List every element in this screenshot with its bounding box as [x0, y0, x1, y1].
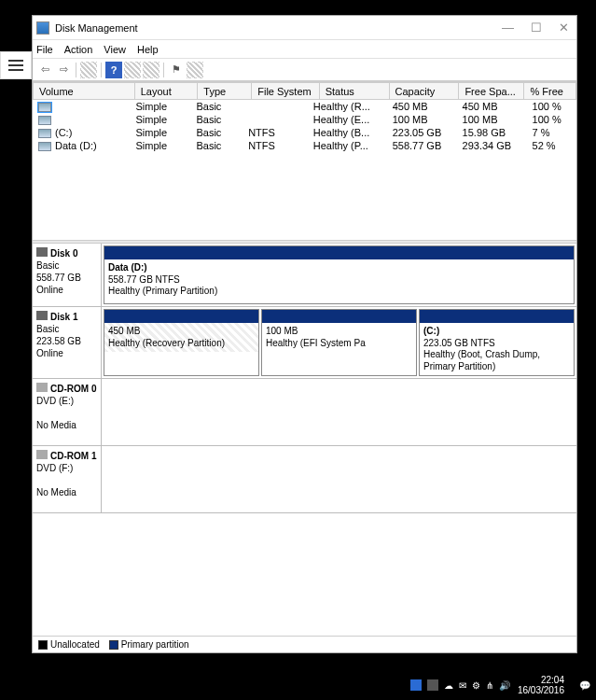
clock-date: 16/03/2016 — [518, 685, 564, 695]
tray-icon[interactable] — [427, 679, 438, 691]
partition[interactable]: Data (D:)558.77 GB NTFSHealthy (Primary … — [104, 245, 575, 304]
volume-list[interactable]: VolumeLayoutTypeFile SystemStatusCapacit… — [33, 81, 576, 240]
disk-management-window: Disk Management — ☐ ✕ File Action View H… — [32, 15, 577, 653]
volume-row[interactable]: SimpleBasicHealthy (R...450 MB450 MB100 … — [33, 100, 576, 113]
disk-header[interactable]: Disk 0Basic558.77 GBOnline — [33, 244, 102, 306]
column-header[interactable]: Capacity — [389, 83, 459, 100]
menu-view[interactable]: View — [104, 44, 126, 55]
disk-body: 450 MBHealthy (Recovery Partition)100 MB… — [102, 307, 576, 378]
column-header[interactable]: Layout — [134, 83, 198, 100]
toolbar: ⇦ ⇨ ? ⚑ — [33, 59, 576, 81]
up-button[interactable] — [80, 62, 97, 78]
swatch-primary — [109, 640, 118, 650]
forward-button[interactable]: ⇨ — [55, 62, 72, 78]
volume-row[interactable]: (C:)SimpleBasicNTFSHealthy (B...223.05 G… — [33, 126, 576, 139]
window-title: Disk Management — [55, 22, 502, 34]
partition[interactable]: 450 MBHealthy (Recovery Partition) — [104, 309, 259, 376]
disk-header[interactable]: CD-ROM 0DVD (E:)No Media — [33, 379, 102, 445]
app-icon — [36, 21, 49, 35]
clock-time: 22:04 — [518, 675, 564, 685]
menu-help[interactable]: Help — [137, 44, 159, 55]
column-header[interactable]: Type — [198, 83, 252, 100]
notifications-icon[interactable]: 💬 — [579, 680, 590, 691]
disk-body — [102, 379, 576, 445]
props-button[interactable] — [124, 62, 141, 78]
disk-map: Disk 0Basic558.77 GBOnlineData (D:)558.7… — [33, 244, 576, 636]
disk-body — [102, 446, 576, 512]
toolbar-sep — [163, 63, 164, 77]
taskbar: ☁ ✉ ⚙ ⋔ 🔊 22:04 16/03/2016 💬 — [0, 670, 596, 700]
tray-icon[interactable]: ⚙ — [472, 680, 480, 691]
list-button[interactable] — [143, 62, 159, 78]
disk-row: Disk 0Basic558.77 GBOnlineData (D:)558.7… — [33, 244, 576, 307]
sidebar-hamburger[interactable] — [0, 51, 32, 79]
toolbar-sep — [101, 63, 102, 77]
disk-row: Disk 1Basic223.58 GBOnline450 MBHealthy … — [33, 307, 576, 379]
tree-button[interactable] — [187, 62, 203, 78]
partition[interactable]: (C:)223.05 GB NTFSHealthy (Boot, Crash D… — [419, 309, 575, 376]
maximize-button[interactable]: ☐ — [531, 21, 542, 35]
legend-primary: Primary partition — [121, 639, 189, 650]
system-tray[interactable]: ☁ ✉ ⚙ ⋔ 🔊 — [410, 679, 510, 691]
clock[interactable]: 22:04 16/03/2016 — [518, 675, 564, 695]
disk-header[interactable]: Disk 1Basic223.58 GBOnline — [33, 307, 102, 378]
legend: Unallocated Primary partition — [33, 636, 576, 652]
legend-unallocated: Unallocated — [50, 639, 100, 650]
column-header[interactable]: File System — [252, 83, 319, 100]
volume-icon[interactable]: 🔊 — [499, 680, 510, 691]
column-header[interactable]: Free Spa... — [459, 83, 524, 100]
close-button[interactable]: ✕ — [559, 21, 569, 35]
refresh-button[interactable]: ⚑ — [168, 62, 185, 78]
menu-file[interactable]: File — [36, 44, 53, 55]
disk-body: Data (D:)558.77 GB NTFSHealthy (Primary … — [102, 244, 576, 306]
minimize-button[interactable]: — — [502, 21, 514, 35]
column-header[interactable]: Status — [319, 83, 389, 100]
menu-action[interactable]: Action — [64, 44, 93, 55]
back-button[interactable]: ⇦ — [36, 62, 53, 78]
help-button[interactable]: ? — [105, 62, 122, 78]
column-header[interactable]: % Free — [524, 83, 576, 100]
menubar: File Action View Help — [33, 40, 576, 59]
disk-header[interactable]: CD-ROM 1DVD (F:)No Media — [33, 446, 102, 512]
swatch-unallocated — [38, 640, 48, 650]
column-header[interactable]: Volume — [34, 83, 135, 100]
partition[interactable]: 100 MBHealthy (EFI System Pa — [261, 309, 417, 376]
volume-row[interactable]: Data (D:)SimpleBasicNTFSHealthy (P...558… — [33, 139, 576, 152]
disk-row: CD-ROM 1DVD (F:)No Media — [33, 446, 576, 513]
tray-icon[interactable]: ✉ — [459, 680, 466, 691]
volume-row[interactable]: SimpleBasicHealthy (E...100 MB100 MB100 … — [33, 113, 576, 126]
toolbar-sep — [76, 63, 76, 77]
network-icon[interactable]: ⋔ — [486, 680, 493, 691]
titlebar: Disk Management — ☐ ✕ — [33, 16, 576, 40]
tray-icon[interactable]: ☁ — [444, 680, 453, 691]
disk-row: CD-ROM 0DVD (E:)No Media — [33, 379, 576, 446]
tray-icon[interactable] — [410, 679, 422, 691]
